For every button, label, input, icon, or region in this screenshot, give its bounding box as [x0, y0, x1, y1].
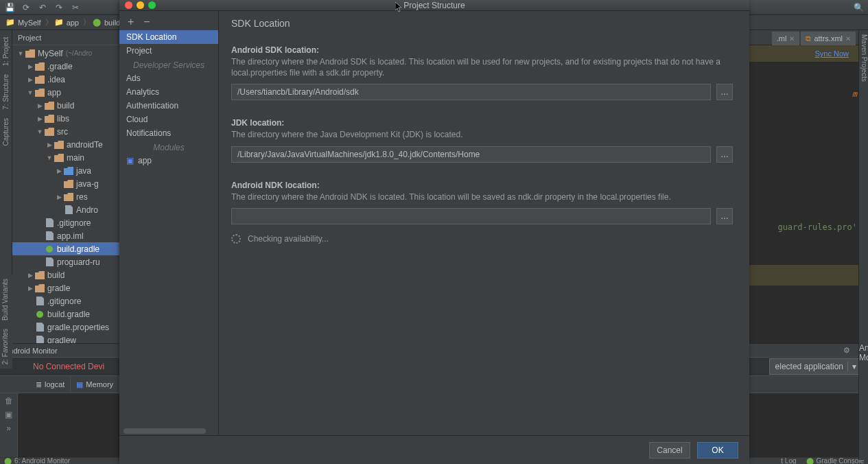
- process-selector[interactable]: elected application ▾: [769, 358, 863, 375]
- expand-arrow-icon[interactable]: ▼: [45, 154, 54, 161]
- trash-icon[interactable]: 🗑: [5, 396, 13, 406]
- breadcrumb-item[interactable]: 📁 MySelf 〉: [5, 17, 54, 27]
- close-icon[interactable]: ✕: [845, 35, 851, 43]
- expand-arrow-icon[interactable]: ▶: [55, 167, 63, 174]
- search-everywhere-icon[interactable]: 🔍: [853, 2, 864, 13]
- tree-node[interactable]: gradle.properties: [12, 321, 120, 334]
- folder-icon: [34, 283, 45, 294]
- tree-node[interactable]: ▶build: [12, 268, 120, 281]
- more-icon[interactable]: »: [6, 424, 11, 433]
- sdk-location-input[interactable]: [231, 84, 711, 100]
- jdk-location-input[interactable]: [231, 146, 711, 163]
- right-tool-stripe: Maven Projects: [858, 30, 868, 343]
- editor-tab[interactable]: .ml ✕: [772, 32, 800, 45]
- nav-sdk-location[interactable]: SDK Location: [119, 30, 218, 44]
- redo-icon[interactable]: ↷: [54, 2, 64, 13]
- undo-icon[interactable]: ↶: [37, 2, 48, 13]
- tree-node[interactable]: ▼MySelf(~/Andro: [12, 47, 120, 60]
- expand-arrow-icon[interactable]: ▼: [26, 89, 34, 96]
- expand-arrow-icon[interactable]: ▶: [36, 102, 44, 109]
- expand-arrow-icon[interactable]: ▶: [26, 285, 34, 292]
- android-model-tool-tab[interactable]: Android Model: [859, 343, 868, 362]
- project-tool-tab[interactable]: 1: Project: [1, 33, 11, 70]
- tab-label: logcat: [45, 380, 64, 388]
- captures-tool-tab[interactable]: Captures: [1, 114, 11, 150]
- tree-node-label: java: [76, 166, 91, 176]
- maven-tool-tab[interactable]: Maven Projects: [859, 30, 868, 86]
- tree-node[interactable]: Andro: [12, 203, 120, 216]
- nav-cloud[interactable]: Cloud: [119, 113, 218, 126]
- tree-node[interactable]: ▶.gradle: [12, 60, 120, 73]
- status-gradle-console[interactable]: ⬤ Gradle Console: [806, 457, 864, 464]
- breadcrumb-item[interactable]: ⬤ build.: [92, 18, 122, 27]
- memory-tab[interactable]: ▦ Memory: [71, 376, 119, 393]
- dialog-titlebar[interactable]: Project Structure: [119, 0, 749, 11]
- file-icon: [34, 296, 45, 307]
- tree-node[interactable]: proguard-ru: [12, 255, 120, 268]
- nav-analytics[interactable]: Analytics: [119, 85, 218, 99]
- expand-arrow-icon[interactable]: ▶: [26, 76, 34, 83]
- tree-node-label: .gitignore: [57, 218, 91, 228]
- build-variants-tool-tab[interactable]: Build Variants: [0, 275, 10, 325]
- tree-node[interactable]: ▼main: [12, 151, 120, 164]
- expand-arrow-icon[interactable]: ▶: [55, 194, 63, 200]
- browse-button[interactable]: …: [716, 84, 733, 100]
- nav-ads[interactable]: Ads: [119, 71, 218, 85]
- expand-arrow-icon[interactable]: ▼: [36, 128, 44, 135]
- tree-node[interactable]: ▶build: [12, 99, 120, 112]
- tree-node[interactable]: ▶.idea: [12, 73, 120, 86]
- ok-button[interactable]: OK: [697, 442, 738, 459]
- tree-node[interactable]: ▶libs: [12, 112, 120, 125]
- status-android-monitor[interactable]: ⬤ 6: Android Monitor: [4, 457, 70, 464]
- folder-icon: 📁: [54, 18, 64, 27]
- sync-icon[interactable]: ⟳: [21, 2, 32, 13]
- tree-node-label: build.gradle: [47, 310, 90, 319]
- screenshot-icon[interactable]: ▣: [5, 410, 12, 419]
- nav-authentication[interactable]: Authentication: [119, 99, 218, 113]
- browse-button[interactable]: …: [716, 208, 733, 224]
- tree-node[interactable]: build.gradle: [12, 242, 120, 255]
- tree-node[interactable]: ▶androidTe: [12, 138, 120, 151]
- breadcrumb-item[interactable]: 📁 app 〉: [54, 17, 92, 27]
- browse-button[interactable]: …: [716, 146, 733, 163]
- expand-arrow-icon[interactable]: ▼: [16, 50, 25, 57]
- tree-node[interactable]: ▶java: [12, 164, 120, 177]
- tree-node[interactable]: ▶gradle: [12, 281, 120, 294]
- project-tree[interactable]: ▼MySelf(~/Andro▶.gradle▶.idea▼app▶build▶…: [12, 45, 120, 343]
- tree-node[interactable]: ▼app: [12, 86, 120, 99]
- gear-icon[interactable]: ⚙: [843, 346, 850, 354]
- sync-now-link[interactable]: Sync Now: [814, 49, 849, 58]
- tree-node[interactable]: java-g: [12, 177, 120, 190]
- tree-node[interactable]: ▶res: [12, 190, 120, 203]
- tree-node[interactable]: .gitignore: [12, 216, 120, 229]
- add-icon[interactable]: +: [128, 16, 134, 28]
- nav-project[interactable]: Project: [119, 44, 218, 58]
- expand-arrow-icon[interactable]: ▶: [45, 141, 54, 148]
- remove-icon[interactable]: −: [143, 16, 150, 28]
- dialog-sidebar-tools: + −: [119, 14, 218, 30]
- sidebar-scrollbar[interactable]: [124, 428, 206, 434]
- editor-tab[interactable]: ⧉ attrs.xml ✕: [801, 32, 856, 45]
- ndk-location-label: Android NDK location:: [231, 181, 733, 190]
- xml-icon: ⧉: [806, 34, 811, 43]
- expand-arrow-icon[interactable]: ▶: [26, 63, 34, 70]
- gradle-icon: [44, 244, 55, 255]
- ndk-location-input[interactable]: [231, 208, 711, 224]
- tree-node[interactable]: ▼src: [12, 125, 120, 138]
- module-app[interactable]: ▣ app: [119, 154, 218, 167]
- close-icon[interactable]: ✕: [789, 35, 795, 43]
- tree-node[interactable]: build.gradle: [12, 308, 120, 321]
- expand-arrow-icon[interactable]: ▶: [36, 115, 44, 122]
- tree-node[interactable]: app.iml: [12, 229, 120, 242]
- favorites-tool-tab[interactable]: 2: Favorites: [0, 325, 10, 369]
- nav-notifications[interactable]: Notifications: [119, 126, 218, 140]
- status-event-log[interactable]: t Log: [781, 457, 796, 464]
- logcat-tab[interactable]: ≣ logcat: [30, 376, 71, 393]
- expand-arrow-icon[interactable]: ▶: [26, 272, 34, 279]
- cut-icon[interactable]: ✂: [70, 2, 81, 13]
- structure-tool-tab[interactable]: 7: Structure: [1, 70, 11, 114]
- cancel-button[interactable]: Cancel: [649, 442, 690, 459]
- tree-node[interactable]: gradlew: [12, 334, 120, 343]
- save-all-icon[interactable]: 💾: [4, 2, 15, 13]
- tree-node[interactable]: .gitignore: [12, 294, 120, 308]
